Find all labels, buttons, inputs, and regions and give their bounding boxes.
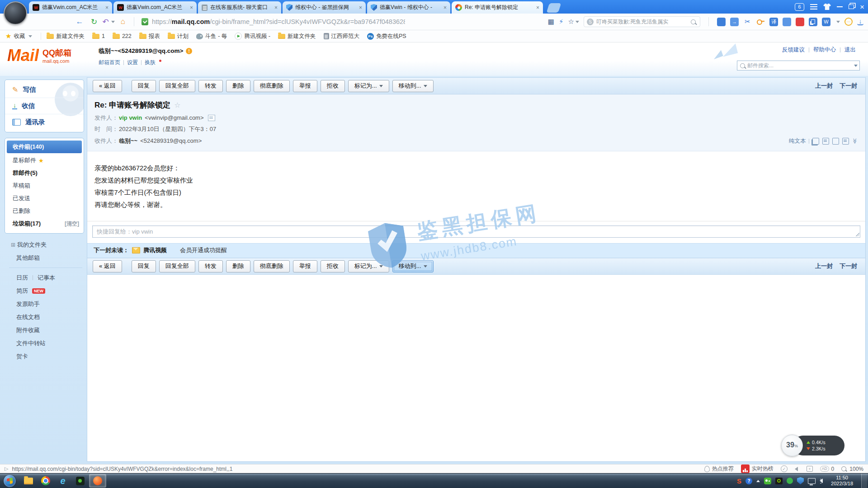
new-tab-button[interactable] [547,3,561,13]
favorites-menu[interactable]: ★ 收藏 [5,32,32,40]
volume-tray-icon[interactable] [820,479,823,483]
taskbar-clock[interactable]: 11:50 2022/3/18 [831,475,853,487]
taskbar-chrome[interactable] [38,474,54,487]
start-button[interactable] [4,475,16,487]
feedback-link[interactable]: 反馈建议 [778,46,809,54]
tab-close-icon[interactable]: × [274,5,278,11]
browser-search-box[interactable]: S 叮咚买菜致歉:死鱼充活鱼属实 [584,16,700,27]
close-button[interactable]: × [860,3,864,11]
zoom-control[interactable]: 100% [841,466,863,472]
back-icon[interactable]: ← [72,17,87,26]
browser-tab-weiquan-1[interactable]: 维权中心 - 鉴黑担保网 × [283,1,366,14]
bookmark-folder[interactable]: 222 [113,33,132,39]
hot-rank-button[interactable]: 实时热榜 [741,465,774,473]
extension-puzzle2-icon[interactable] [783,18,791,26]
add-plugin-icon[interactable]: + [807,466,813,472]
forward-button[interactable]: 转发 [198,80,223,92]
next-mail-link[interactable]: 下一封 [840,262,857,270]
my-folders-item[interactable]: ⊞我的文件夹 [5,238,84,251]
online-docs-item[interactable]: 在线文档 [5,310,84,324]
browser-tab-weiquan-2[interactable]: 德赢Vwin - 维权中心 - × [367,1,450,14]
move-to-button[interactable]: 移动到... [392,80,434,92]
contacts-button[interactable]: 通讯录 [5,114,84,130]
delete-forever-button[interactable]: 彻底删除 [254,260,290,272]
tab-close-icon[interactable]: × [443,5,447,11]
safety-check-icon[interactable]: ✓ [781,465,788,472]
show-desktop-button[interactable] [861,474,867,488]
accelerate-bolt-icon[interactable]: ⚡ [559,18,564,26]
extension-puzzle-icon[interactable] [717,18,726,26]
browser-tab-vwin-1[interactable]: W 德赢Vwin.com_AC米兰 × [29,1,112,14]
mail-search-input[interactable] [746,62,852,69]
tab-close-icon[interactable]: × [105,5,108,11]
settings-link[interactable]: 设置 [124,59,141,66]
browser-tab-chat[interactable]: 在线客服系统- 聊天窗口 × [198,1,281,14]
back-to-list-button[interactable]: « 返回 [93,260,122,272]
reply-button[interactable]: 回复 [132,260,156,272]
resize-grip-icon[interactable] [856,233,859,236]
logout-link[interactable]: 退出 [840,46,860,54]
bookmark-tencent-video[interactable]: 腾讯视频 - [235,33,270,40]
move-to-button-focused[interactable]: 移动到... [392,260,434,272]
tab-close-icon[interactable]: × [190,5,193,11]
reload-icon[interactable]: ↻ [87,17,101,27]
tab-count-badge[interactable]: 6 [795,3,804,11]
hot-recommend-toggle[interactable]: 热点推荐 [704,465,734,473]
delete-forever-button[interactable]: 彻底删除 [254,80,290,92]
bookmark-folder[interactable]: 新建文件夹 [47,33,85,40]
taskbar-explorer[interactable] [20,474,37,487]
print-icon[interactable] [842,138,849,145]
reject-button[interactable]: 拒收 [321,260,345,272]
folder-group-mail[interactable]: 群邮件(5) [5,167,84,179]
browser-profile-avatar[interactable] [4,1,27,25]
skin-icon[interactable] [823,4,831,10]
extension-scissors-icon[interactable]: ✂ [743,18,752,26]
bookmark-jxnu[interactable]: 江西师范大 [324,33,360,40]
bookmark-folder[interactable]: 报表 [139,33,160,40]
sender-name[interactable]: vip vwin [119,114,142,121]
wechat-tray-icon[interactable] [764,478,771,484]
caret-down-icon[interactable] [854,65,858,67]
tab-close-icon[interactable]: × [536,5,539,11]
next-unread-bar[interactable]: 下一封未读： 腾讯视频 会员开通成功提醒 [87,243,865,258]
folder-drafts[interactable]: 草稿箱 [5,179,84,192]
nvidia-tray-icon[interactable] [775,478,783,484]
taskbar-ie[interactable]: e [55,474,71,487]
change-skin-link[interactable]: 换肤 [142,59,159,66]
tray-expand-icon[interactable] [756,480,760,482]
help-tray-icon[interactable]: ? [745,478,752,484]
empty-junk-button[interactable]: [清空] [65,220,79,228]
browser-tab-mail-active[interactable]: Re: 申请账号解除锁定 × [452,1,543,14]
delete-button[interactable]: 删除 [226,260,250,272]
next-unread-subject[interactable]: 会员开通成功提醒 [180,246,227,254]
minimize-button[interactable] [837,6,843,7]
mail-home-link[interactable]: 邮箱首页 [99,59,123,66]
bookmark-folder[interactable]: 新建文件夹 [278,33,316,40]
previous-mail-link[interactable]: 上一封 [815,82,833,90]
receive-button[interactable]: ↓ 收信 [5,98,84,114]
mark-as-button[interactable]: 标记为... [348,260,389,272]
mute-speaker-icon[interactable] [795,467,798,471]
green-tray-icon[interactable] [787,478,793,484]
extension-translate-icon[interactable]: 译 [769,18,778,26]
attachment-favorites-item[interactable]: 附件收藏 [5,324,84,337]
next-mail-link[interactable]: 下一封 [840,82,857,90]
report-button[interactable]: 举报 [293,80,317,92]
ad-block-counter[interactable]: AD0 [820,466,835,472]
back-to-list-button[interactable]: « 返回 [93,80,122,92]
bookmark-folder[interactable]: 1 [92,33,105,39]
report-button[interactable]: 举报 [293,260,317,272]
tab-close-icon[interactable]: × [359,5,362,11]
memory-percent-ball[interactable]: 39 % [781,435,803,456]
folder-starred[interactable]: 星标邮件★ [5,154,84,167]
bookmark-online-ps[interactable]: Ps免费在线PS [367,33,406,40]
star-toggle-icon[interactable]: ☆ [174,101,180,109]
taskbar-dark-app[interactable] [72,474,88,487]
plain-text-mode-label[interactable]: 纯文本 [789,137,806,145]
address-bar[interactable]: https://mail.qq.com/cgi-bin/frame_html?s… [152,18,405,25]
network-tray-icon[interactable] [808,478,816,484]
maximize-button[interactable] [849,5,854,9]
save-box-icon[interactable] [832,138,839,145]
extension-word-icon[interactable]: W [822,18,830,26]
copy-pages-icon[interactable] [812,138,819,145]
